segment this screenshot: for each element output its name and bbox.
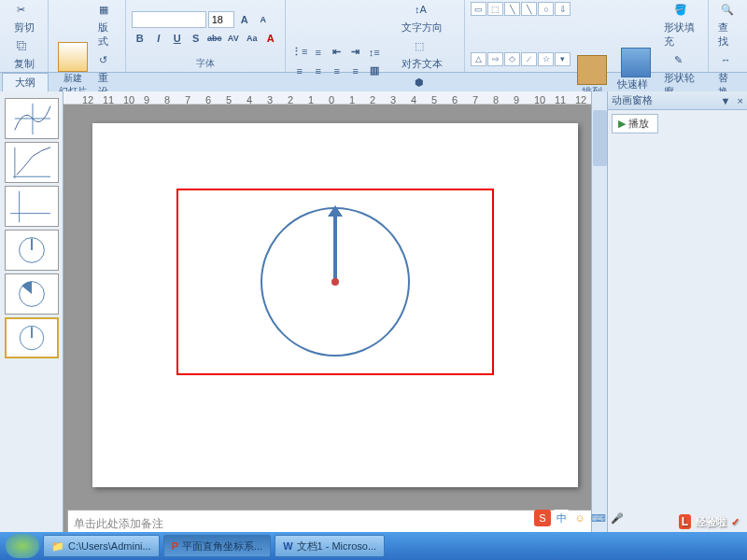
copy-icon: ⿻ — [17, 40, 32, 55]
scissors-icon: ✂ — [17, 4, 32, 19]
drawing-group: ▭ ⬚ ╲ ╲ ○ ⇩ △ ⇨ ◇ ⟋ ☆ ▾ {} ⤷ ⤵ ⬡ ☁ ▾ — [465, 0, 709, 72]
indent-minus-button[interactable]: ⇤ — [329, 44, 345, 61]
shape-fill-button[interactable]: 🪣形状填充 — [660, 2, 702, 50]
play-icon: ▶ — [618, 118, 626, 130]
shape-rect[interactable]: ▭ — [471, 2, 486, 16]
ime-keyboard-icon[interactable]: ⌨ — [590, 510, 607, 526]
align-left-button[interactable]: ≡ — [291, 63, 308, 79]
shape-tri[interactable]: △ — [471, 52, 486, 66]
shape-text[interactable]: ⬚ — [487, 2, 503, 16]
shape-more[interactable]: ▾ — [555, 52, 571, 66]
watermark-logo: L 经验啦 ✓ — [679, 511, 740, 530]
outline-icon: ✎ — [674, 54, 689, 69]
slide-thumbnail-panel[interactable] — [0, 91, 63, 539]
sogou-logo-icon[interactable]: S — [534, 510, 551, 526]
shape-line[interactable]: ╲ — [504, 2, 520, 16]
shrink-font-button[interactable]: A — [255, 11, 272, 28]
shape-line2[interactable]: ╲ — [521, 2, 537, 16]
align-center-button[interactable]: ≡ — [310, 63, 327, 79]
case-button[interactable]: Aa — [244, 30, 261, 47]
font-color-button[interactable]: A — [262, 30, 279, 47]
align-text-button[interactable]: ⬚对齐文本 — [386, 38, 459, 73]
scroll-thumb[interactable] — [593, 110, 607, 166]
align-icon: ⬚ — [415, 40, 430, 55]
animation-pane: 动画窗格 ▼ × ▶ 播放 — [607, 91, 747, 539]
shape-arrow[interactable]: ⇨ — [487, 52, 503, 66]
underline-button[interactable]: U — [169, 30, 186, 47]
anim-play-button[interactable]: ▶ 播放 — [612, 114, 658, 133]
new-slide-icon — [58, 42, 88, 72]
copy-button[interactable]: ⿻复制 — [6, 38, 42, 73]
workspace: 1211109876543210123456789101112 单击此处添加备注… — [0, 91, 747, 539]
shape-arrow-down[interactable]: ⇩ — [555, 2, 571, 16]
bullets-button[interactable]: ⋮≡ — [291, 44, 308, 61]
find-button[interactable]: 🔍查找 — [714, 2, 741, 50]
arrange-icon — [577, 55, 607, 85]
word-icon: W — [283, 540, 292, 552]
windows-taskbar[interactable]: 📁C:\Users\Admini... P平面直角坐标系... W文档1 - M… — [0, 532, 747, 560]
grow-font-button[interactable]: A — [236, 11, 253, 28]
bold-button[interactable]: B — [132, 30, 148, 47]
text-direction-button[interactable]: ↕A文字方向 — [386, 2, 459, 36]
direction-icon: ↕A — [415, 4, 430, 19]
styles-icon — [621, 48, 651, 77]
align-right-button[interactable]: ≡ — [329, 63, 345, 79]
font-size-select[interactable]: 18 — [208, 11, 234, 28]
numbering-button[interactable]: ≡ — [310, 44, 327, 61]
justify-button[interactable]: ≡ — [347, 63, 364, 79]
clipboard-group: ✂剪切 ⿻复制 🖌格式刷 剪贴板 — [0, 0, 49, 72]
clock-center-dot[interactable] — [331, 278, 339, 286]
thumb-18[interactable] — [5, 186, 59, 227]
ime-lang-button[interactable]: 中 — [553, 510, 570, 526]
indent-plus-button[interactable]: ⇥ — [347, 44, 364, 61]
italic-button[interactable]: I — [150, 30, 167, 47]
layout-button[interactable]: ▦版式 — [94, 2, 120, 50]
folder-icon: 📁 — [51, 540, 64, 553]
strike-button[interactable]: abc — [206, 30, 223, 47]
line-spacing-button[interactable]: ↕≡ — [366, 44, 383, 61]
anim-pane-title: 动画窗格 — [612, 93, 653, 107]
spacing-button[interactable]: AV — [225, 30, 242, 47]
task-explorer[interactable]: 📁C:\Users\Admini... — [43, 535, 160, 557]
ime-mic-icon[interactable]: 🎤 — [609, 510, 626, 526]
shape-curve[interactable]: ⟋ — [521, 52, 537, 66]
font-label: 字体 — [132, 56, 279, 70]
shape-star[interactable]: ☆ — [538, 52, 554, 66]
shape-oval[interactable]: ○ — [538, 2, 554, 16]
slide-canvas[interactable] — [92, 123, 578, 487]
reset-icon: ↺ — [99, 54, 114, 69]
find-icon: 🔍 — [721, 4, 736, 19]
layout-icon: ▦ — [99, 4, 114, 19]
start-button[interactable] — [6, 534, 39, 558]
replace-icon: ↔ — [721, 54, 736, 69]
shape-diamond[interactable]: ◇ — [504, 52, 520, 66]
thumb-17[interactable] — [5, 142, 59, 183]
task-word[interactable]: W文档1 - Microso... — [275, 535, 385, 557]
anim-pane-header: 动画窗格 ▼ × — [608, 91, 747, 110]
anim-pane-dropdown[interactable]: ▼ — [721, 95, 731, 106]
thumb-19[interactable] — [5, 230, 59, 271]
font-group: 18 A A B I U S abc AV Aa A 字体 — [126, 0, 286, 72]
thumb-21[interactable] — [5, 317, 59, 358]
clock-hand-shape[interactable] — [333, 212, 337, 285]
paragraph-group: ⋮≡ ≡ ⇤ ⇥ ↕≡ ≡ ≡ ≡ ≡ ▥ ↕A文字方向 ⬚对齐文本 ⬢转换为 … — [286, 0, 466, 72]
ribbon: ✂剪切 ⿻复制 🖌格式刷 剪贴板 新建 幻灯片 ▦版式 ↺重设 ▭节 幻灯片 1… — [0, 0, 747, 73]
shadow-button[interactable]: S — [188, 30, 204, 47]
editing-group: 🔍查找 ↔替换 ⬚选择 编辑 — [709, 0, 747, 72]
fill-icon: 🪣 — [674, 4, 689, 19]
outline-tab-button[interactable]: 大纲 — [2, 73, 49, 91]
cut-button[interactable]: ✂剪切 — [6, 2, 42, 36]
thumb-16[interactable] — [5, 98, 59, 139]
thumb-20[interactable] — [5, 273, 59, 315]
sogou-ime-bar[interactable]: S 中 ☺ ⌨ 🎤 — [534, 510, 626, 526]
task-powerpoint[interactable]: P平面直角坐标系... — [163, 535, 272, 557]
vertical-scrollbar[interactable] — [591, 91, 607, 539]
columns-button[interactable]: ▥ — [366, 63, 383, 79]
anim-pane-close[interactable]: × — [738, 95, 743, 106]
horizontal-ruler[interactable]: 1211109876543210123456789101112 — [63, 91, 607, 105]
slide-edit-area: 1211109876543210123456789101112 单击此处添加备注 — [63, 91, 607, 539]
ime-emoji-icon[interactable]: ☺ — [571, 510, 588, 526]
ppt-icon: P — [172, 540, 178, 552]
slide-viewport — [63, 105, 607, 506]
font-family-select[interactable] — [132, 11, 206, 28]
